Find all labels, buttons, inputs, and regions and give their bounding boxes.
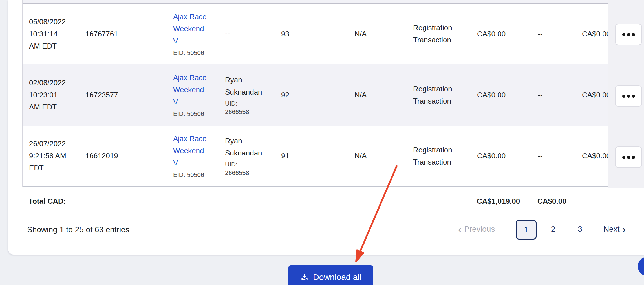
screen: 05/08/2022 10:31:14 AM EDT 16767761 Ajax… <box>0 0 644 285</box>
cell-date: 26/07/2022 9:21:58 AM EDT <box>23 138 83 174</box>
ellipsis-icon <box>627 95 630 98</box>
cell-qty: 91 <box>278 150 352 162</box>
cell-refund: -- <box>535 28 580 40</box>
transaction-time: 10:23:01 AM EDT <box>29 89 69 113</box>
chevron-left-icon: ‹ <box>458 225 461 233</box>
cell-order-id: 16612019 <box>83 150 172 162</box>
download-icon <box>300 273 309 282</box>
cell-event: Ajax Race Weekend V EID: 50506 <box>172 133 223 179</box>
pagination-previous[interactable]: ‹ Previous <box>458 225 495 234</box>
cell-order-id: 16723577 <box>83 89 172 101</box>
floating-action-button[interactable] <box>638 257 644 276</box>
cell-qty: 93 <box>278 28 352 40</box>
ellipsis-icon <box>627 33 630 36</box>
transaction-date: 02/08/2022 <box>29 77 69 89</box>
event-link[interactable]: Ajax Race Weekend V <box>173 72 207 108</box>
download-all-label: Download all <box>313 272 361 282</box>
attendee-name: Ryan Suknandan <box>225 135 267 159</box>
attendee-uid-value: 2666558 <box>225 108 267 116</box>
event-eid: EID: 50506 <box>173 110 207 118</box>
transactions-card: 05/08/2022 10:31:14 AM EDT 16767761 Ajax… <box>8 0 644 255</box>
ellipsis-icon <box>622 156 625 159</box>
row-actions-button[interactable] <box>615 24 642 45</box>
cell-event: Ajax Race Weekend V EID: 50506 <box>172 72 223 118</box>
divider <box>608 188 644 188</box>
transaction-type: Registration Transaction <box>413 22 460 46</box>
ellipsis-icon <box>622 33 625 36</box>
cell-amount: CA$0.00 <box>475 89 535 101</box>
attendee-name: -- <box>225 27 267 40</box>
total-amount: CA$1,019.00 <box>477 197 520 206</box>
table-row: 26/07/2022 9:21:58 AM EDT 16612019 Ajax … <box>23 126 644 187</box>
table-row-partial <box>23 0 644 4</box>
attendee-name: Ryan Suknandan <box>225 74 267 98</box>
event-link[interactable]: Ajax Race Weekend V <box>173 11 207 47</box>
ellipsis-icon <box>632 95 635 98</box>
chevron-right-icon: › <box>623 225 626 233</box>
row-actions-button[interactable] <box>615 85 642 107</box>
cell-amount: CA$0.00 <box>475 150 535 162</box>
total-label: Total CAD: <box>28 197 66 206</box>
total-amount2: CA$0.00 <box>537 197 566 206</box>
cell-event: Ajax Race Weekend V EID: 50506 <box>172 11 223 57</box>
transaction-date: 26/07/2022 <box>29 138 69 150</box>
transactions-table: 05/08/2022 10:31:14 AM EDT 16767761 Ajax… <box>22 0 644 187</box>
ellipsis-icon <box>627 156 630 159</box>
cell-type: Registration Transaction <box>411 83 475 107</box>
ellipsis-icon <box>632 33 635 36</box>
divider <box>608 65 644 65</box>
transaction-type: Registration Transaction <box>413 144 460 168</box>
divider <box>608 127 644 127</box>
pagination-page-1[interactable]: 1 <box>516 220 537 240</box>
attendee-uid-label: UID: <box>225 160 267 169</box>
cell-status: N/A <box>352 150 411 162</box>
attendee-uid-label: UID: <box>225 99 267 108</box>
download-all-button[interactable]: Download all <box>288 265 373 285</box>
transaction-time: 10:31:14 AM EDT <box>29 28 69 52</box>
cell-name: -- <box>223 27 278 41</box>
table-row: 05/08/2022 10:31:14 AM EDT 16767761 Ajax… <box>23 4 644 64</box>
cell-name: Ryan Suknandan UID: 2666558 <box>223 135 278 177</box>
cell-order-id: 16767761 <box>83 28 172 40</box>
pagination-page-2[interactable]: 2 <box>551 225 555 234</box>
cell-status: N/A <box>352 89 411 101</box>
actions-column <box>608 0 644 188</box>
cell-amount: CA$0.00 <box>475 28 535 40</box>
cell-type: Registration Transaction <box>411 144 475 168</box>
transaction-time: 9:21:58 AM EDT <box>29 150 69 174</box>
table-row: 02/08/2022 10:23:01 AM EDT 16723577 Ajax… <box>23 64 644 126</box>
next-label: Next <box>603 225 620 234</box>
cell-date: 02/08/2022 10:23:01 AM EDT <box>23 77 83 113</box>
divider <box>608 4 644 4</box>
pagination-page-3[interactable]: 3 <box>578 225 582 234</box>
cell-date: 05/08/2022 10:31:14 AM EDT <box>23 16 83 52</box>
cell-status: N/A <box>352 28 411 40</box>
cell-name: Ryan Suknandan UID: 2666558 <box>223 74 278 116</box>
event-link[interactable]: Ajax Race Weekend V <box>173 133 207 169</box>
entries-summary: Showing 1 to 25 of 63 entries <box>27 225 129 234</box>
cell-qty: 92 <box>278 89 352 101</box>
cell-refund: -- <box>535 89 580 101</box>
pagination-next[interactable]: Next › <box>603 225 626 234</box>
transaction-type: Registration Transaction <box>413 83 460 107</box>
event-eid: EID: 50506 <box>173 171 207 179</box>
event-eid: EID: 50506 <box>173 49 207 57</box>
row-actions-button[interactable] <box>615 146 642 168</box>
cell-refund: -- <box>535 150 580 162</box>
ellipsis-icon <box>622 95 625 98</box>
attendee-uid-value: 2666558 <box>225 169 267 177</box>
previous-label: Previous <box>464 225 495 234</box>
cell-type: Registration Transaction <box>411 22 475 46</box>
transaction-date: 05/08/2022 <box>29 16 69 28</box>
ellipsis-icon <box>632 156 635 159</box>
